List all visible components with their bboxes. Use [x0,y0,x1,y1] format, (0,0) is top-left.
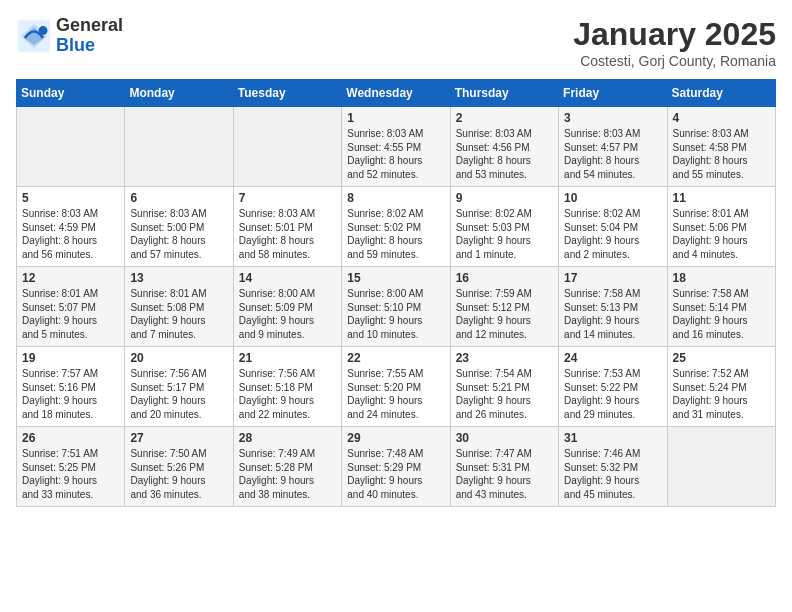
day-info: Sunrise: 7:46 AM Sunset: 5:32 PM Dayligh… [564,447,661,501]
day-number: 4 [673,111,770,125]
day-info: Sunrise: 7:58 AM Sunset: 5:14 PM Dayligh… [673,287,770,341]
day-number: 25 [673,351,770,365]
header-saturday: Saturday [667,80,775,107]
header-monday: Monday [125,80,233,107]
day-number: 24 [564,351,661,365]
day-cell [17,107,125,187]
logo: General Blue [16,16,123,56]
week-row-4: 19Sunrise: 7:57 AM Sunset: 5:16 PM Dayli… [17,347,776,427]
day-info: Sunrise: 7:52 AM Sunset: 5:24 PM Dayligh… [673,367,770,421]
day-number: 9 [456,191,553,205]
day-number: 10 [564,191,661,205]
day-cell: 31Sunrise: 7:46 AM Sunset: 5:32 PM Dayli… [559,427,667,507]
day-info: Sunrise: 7:59 AM Sunset: 5:12 PM Dayligh… [456,287,553,341]
day-number: 12 [22,271,119,285]
day-number: 17 [564,271,661,285]
day-cell: 28Sunrise: 7:49 AM Sunset: 5:28 PM Dayli… [233,427,341,507]
header-sunday: Sunday [17,80,125,107]
day-info: Sunrise: 8:03 AM Sunset: 4:57 PM Dayligh… [564,127,661,181]
day-cell: 26Sunrise: 7:51 AM Sunset: 5:25 PM Dayli… [17,427,125,507]
day-number: 31 [564,431,661,445]
day-cell: 3Sunrise: 8:03 AM Sunset: 4:57 PM Daylig… [559,107,667,187]
day-number: 22 [347,351,444,365]
day-number: 23 [456,351,553,365]
header-tuesday: Tuesday [233,80,341,107]
day-cell: 22Sunrise: 7:55 AM Sunset: 5:20 PM Dayli… [342,347,450,427]
day-cell: 20Sunrise: 7:56 AM Sunset: 5:17 PM Dayli… [125,347,233,427]
day-cell: 18Sunrise: 7:58 AM Sunset: 5:14 PM Dayli… [667,267,775,347]
day-cell: 1Sunrise: 8:03 AM Sunset: 4:55 PM Daylig… [342,107,450,187]
day-cell: 19Sunrise: 7:57 AM Sunset: 5:16 PM Dayli… [17,347,125,427]
day-cell: 5Sunrise: 8:03 AM Sunset: 4:59 PM Daylig… [17,187,125,267]
day-info: Sunrise: 8:03 AM Sunset: 5:00 PM Dayligh… [130,207,227,261]
day-cell: 29Sunrise: 7:48 AM Sunset: 5:29 PM Dayli… [342,427,450,507]
day-number: 6 [130,191,227,205]
day-cell: 7Sunrise: 8:03 AM Sunset: 5:01 PM Daylig… [233,187,341,267]
day-info: Sunrise: 7:56 AM Sunset: 5:17 PM Dayligh… [130,367,227,421]
day-info: Sunrise: 8:02 AM Sunset: 5:03 PM Dayligh… [456,207,553,261]
day-number: 3 [564,111,661,125]
svg-point-3 [39,26,48,35]
day-info: Sunrise: 8:03 AM Sunset: 4:55 PM Dayligh… [347,127,444,181]
day-cell: 6Sunrise: 8:03 AM Sunset: 5:00 PM Daylig… [125,187,233,267]
day-info: Sunrise: 7:48 AM Sunset: 5:29 PM Dayligh… [347,447,444,501]
calendar-subtitle: Costesti, Gorj County, Romania [573,53,776,69]
day-number: 16 [456,271,553,285]
day-cell: 17Sunrise: 7:58 AM Sunset: 5:13 PM Dayli… [559,267,667,347]
day-cell: 24Sunrise: 7:53 AM Sunset: 5:22 PM Dayli… [559,347,667,427]
day-info: Sunrise: 8:03 AM Sunset: 4:59 PM Dayligh… [22,207,119,261]
day-info: Sunrise: 7:51 AM Sunset: 5:25 PM Dayligh… [22,447,119,501]
week-row-1: 1Sunrise: 8:03 AM Sunset: 4:55 PM Daylig… [17,107,776,187]
day-number: 19 [22,351,119,365]
day-info: Sunrise: 8:03 AM Sunset: 4:56 PM Dayligh… [456,127,553,181]
day-cell: 9Sunrise: 8:02 AM Sunset: 5:03 PM Daylig… [450,187,558,267]
day-cell: 10Sunrise: 8:02 AM Sunset: 5:04 PM Dayli… [559,187,667,267]
day-number: 26 [22,431,119,445]
header-row: SundayMondayTuesdayWednesdayThursdayFrid… [17,80,776,107]
day-info: Sunrise: 7:53 AM Sunset: 5:22 PM Dayligh… [564,367,661,421]
day-number: 28 [239,431,336,445]
day-number: 8 [347,191,444,205]
logo-icon [16,18,52,54]
calendar-table: SundayMondayTuesdayWednesdayThursdayFrid… [16,79,776,507]
day-cell: 11Sunrise: 8:01 AM Sunset: 5:06 PM Dayli… [667,187,775,267]
week-row-3: 12Sunrise: 8:01 AM Sunset: 5:07 PM Dayli… [17,267,776,347]
day-info: Sunrise: 7:58 AM Sunset: 5:13 PM Dayligh… [564,287,661,341]
calendar-header: SundayMondayTuesdayWednesdayThursdayFrid… [17,80,776,107]
day-number: 29 [347,431,444,445]
day-info: Sunrise: 8:00 AM Sunset: 5:10 PM Dayligh… [347,287,444,341]
header-friday: Friday [559,80,667,107]
day-info: Sunrise: 8:02 AM Sunset: 5:04 PM Dayligh… [564,207,661,261]
day-info: Sunrise: 8:01 AM Sunset: 5:08 PM Dayligh… [130,287,227,341]
day-number: 14 [239,271,336,285]
title-block: January 2025 Costesti, Gorj County, Roma… [573,16,776,69]
day-cell: 12Sunrise: 8:01 AM Sunset: 5:07 PM Dayli… [17,267,125,347]
week-row-5: 26Sunrise: 7:51 AM Sunset: 5:25 PM Dayli… [17,427,776,507]
day-info: Sunrise: 7:54 AM Sunset: 5:21 PM Dayligh… [456,367,553,421]
day-info: Sunrise: 7:55 AM Sunset: 5:20 PM Dayligh… [347,367,444,421]
header-wednesday: Wednesday [342,80,450,107]
day-cell [125,107,233,187]
day-info: Sunrise: 7:57 AM Sunset: 5:16 PM Dayligh… [22,367,119,421]
day-cell: 21Sunrise: 7:56 AM Sunset: 5:18 PM Dayli… [233,347,341,427]
day-info: Sunrise: 8:01 AM Sunset: 5:06 PM Dayligh… [673,207,770,261]
day-number: 15 [347,271,444,285]
calendar-body: 1Sunrise: 8:03 AM Sunset: 4:55 PM Daylig… [17,107,776,507]
day-cell: 14Sunrise: 8:00 AM Sunset: 5:09 PM Dayli… [233,267,341,347]
day-info: Sunrise: 8:00 AM Sunset: 5:09 PM Dayligh… [239,287,336,341]
day-cell: 8Sunrise: 8:02 AM Sunset: 5:02 PM Daylig… [342,187,450,267]
day-cell: 13Sunrise: 8:01 AM Sunset: 5:08 PM Dayli… [125,267,233,347]
day-number: 18 [673,271,770,285]
day-number: 20 [130,351,227,365]
calendar-title: January 2025 [573,16,776,53]
day-info: Sunrise: 7:47 AM Sunset: 5:31 PM Dayligh… [456,447,553,501]
day-cell [233,107,341,187]
day-number: 2 [456,111,553,125]
day-info: Sunrise: 8:03 AM Sunset: 5:01 PM Dayligh… [239,207,336,261]
day-cell: 27Sunrise: 7:50 AM Sunset: 5:26 PM Dayli… [125,427,233,507]
day-cell: 23Sunrise: 7:54 AM Sunset: 5:21 PM Dayli… [450,347,558,427]
day-cell: 25Sunrise: 7:52 AM Sunset: 5:24 PM Dayli… [667,347,775,427]
page-header: General Blue January 2025 Costesti, Gorj… [16,16,776,69]
day-info: Sunrise: 8:03 AM Sunset: 4:58 PM Dayligh… [673,127,770,181]
day-cell: 16Sunrise: 7:59 AM Sunset: 5:12 PM Dayli… [450,267,558,347]
